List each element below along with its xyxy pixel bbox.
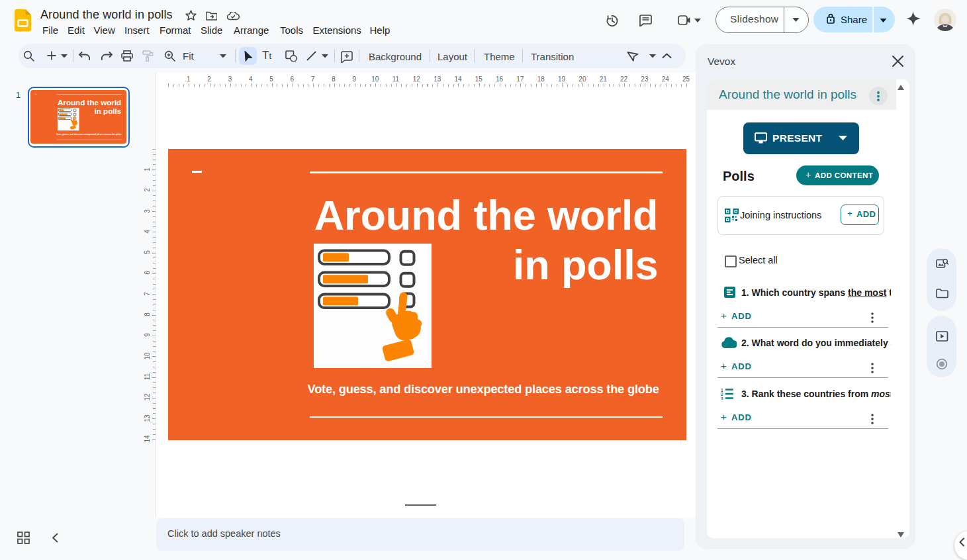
svg-text:3: 3 (721, 397, 723, 400)
